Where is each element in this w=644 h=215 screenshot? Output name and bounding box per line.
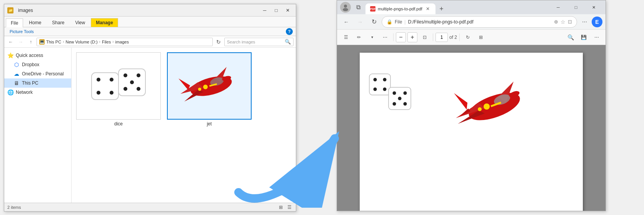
tab-label: multiple-pngs-to-pdf.pdf	[378, 7, 422, 11]
sidebar-item-dropbox[interactable]: ⬡ Dropbox	[4, 60, 71, 69]
browser-minimize-button[interactable]: ─	[549, 2, 567, 13]
zoom-out-button[interactable]: −	[396, 32, 406, 42]
browser-close-button[interactable]: ✕	[585, 2, 602, 13]
file-item-dice[interactable]: dice	[76, 52, 161, 127]
rotate-button[interactable]: ↻	[462, 32, 474, 43]
svg-point-6	[123, 73, 127, 77]
tab-close-button[interactable]: ✕	[425, 6, 431, 12]
svg-point-4	[110, 91, 113, 95]
pdf-content	[337, 45, 606, 211]
up-button[interactable]: ↑	[27, 38, 35, 46]
browser-forward-button[interactable]: →	[354, 16, 366, 28]
browser-maximize-button[interactable]: □	[567, 2, 585, 13]
explorer-body: ⭐ Quick access ⬡ Dropbox ☁ OneDrive - Pe…	[4, 48, 296, 203]
network-icon: 🌐	[7, 89, 13, 95]
svg-point-23	[343, 8, 348, 11]
svg-point-3	[97, 91, 100, 95]
new-tab-button[interactable]: +	[436, 3, 447, 14]
svg-rect-0	[92, 73, 118, 100]
address-bar: ← → ↑ 💻 This PC › New Volume (D:) › File…	[4, 36, 296, 48]
ribbon-tabs: File Home Share View Manage	[4, 17, 296, 27]
browser-user-icon[interactable]	[340, 2, 351, 13]
quick-access-icon: ⭐	[7, 52, 13, 58]
fit-page-button[interactable]: ⊡	[419, 32, 430, 43]
folder-icon: 📁	[7, 7, 13, 13]
page-number-input[interactable]	[435, 33, 448, 42]
close-button[interactable]: ✕	[283, 7, 293, 14]
tab-strip: PDF multiple-pngs-to-pdf.pdf ✕ +	[365, 0, 545, 14]
file-item-jet[interactable]: jet	[167, 52, 252, 127]
this-pc-icon: 🖥	[13, 80, 20, 86]
explorer-titlebar: 📁 images ─ □ ✕	[4, 4, 296, 17]
zoom-icon: ⊕	[554, 19, 558, 25]
pdf-jet-image	[452, 68, 529, 145]
dropbox-icon: ⬡	[13, 62, 20, 68]
file-thumbnail-jet	[167, 52, 252, 120]
sidebar-item-network[interactable]: 🌐 Network	[4, 88, 71, 97]
sidebar-item-quick-access[interactable]: ⭐ Quick access	[4, 51, 71, 60]
svg-point-1	[97, 78, 100, 82]
sidebar-item-label: Dropbox	[22, 62, 39, 67]
file-name-jet: jet	[207, 121, 212, 127]
sidebar-item-label: OneDrive - Personal	[22, 71, 64, 77]
tab-manage[interactable]: Manage	[91, 18, 118, 27]
refresh-button[interactable]: ↻	[214, 38, 223, 46]
tab-share[interactable]: Share	[47, 18, 69, 27]
browser-address-bar[interactable]: 🔒 File | D:/Files/multiple-pngs-to-pdf.p…	[382, 16, 577, 28]
maximize-button[interactable]: □	[271, 7, 281, 14]
tab-file[interactable]: File	[6, 18, 23, 27]
sidebar: ⭐ Quick access ⬡ Dropbox ☁ OneDrive - Pe…	[4, 48, 72, 203]
ribbon-sub-tabs: Picture Tools ?	[4, 27, 296, 36]
forward-button[interactable]: →	[17, 38, 25, 46]
svg-point-25	[374, 78, 377, 82]
address-path[interactable]: 💻 This PC › New Volume (D:) › Files › im…	[37, 38, 213, 46]
file-name-dice: dice	[114, 121, 123, 127]
browser-account-icon[interactable]: E	[592, 17, 602, 27]
minimize-button[interactable]: ─	[260, 7, 270, 14]
pdf-jet-column	[452, 60, 529, 145]
path-segment-1: This PC	[46, 40, 61, 44]
jet-image	[177, 59, 242, 113]
help-button[interactable]: ?	[286, 28, 293, 35]
svg-point-32	[398, 97, 402, 100]
browser-back-button[interactable]: ←	[340, 16, 352, 28]
browser-refresh-button[interactable]: ↻	[368, 16, 380, 28]
search-box[interactable]: Search images 🔍	[224, 38, 294, 46]
view-icons: ⊞ ☰	[277, 204, 293, 211]
pdf-more2-button[interactable]: ⋯	[591, 32, 602, 43]
status-bar: 2 items ⊞ ☰	[4, 203, 296, 211]
browser-more-button[interactable]: ⋯	[579, 16, 590, 28]
details-view-button[interactable]: ☰	[286, 204, 293, 211]
svg-point-27	[374, 88, 377, 91]
tab-view[interactable]: View	[70, 18, 90, 27]
address-url: D:/Files/multiple-pngs-to-pdf.pdf	[408, 19, 552, 25]
browser-win-buttons: ─ □ ✕	[549, 2, 602, 13]
list-view-button[interactable]: ⊞	[277, 204, 284, 211]
picture-tools-label[interactable]: Picture Tools	[7, 28, 36, 35]
draw-button[interactable]: ✏	[353, 32, 365, 43]
draw-arrow-button[interactable]: ▾	[366, 32, 378, 43]
sidebar-item-onedrive[interactable]: ☁ OneDrive - Personal	[4, 69, 71, 78]
pdf-page	[360, 53, 583, 211]
svg-point-17	[203, 85, 208, 89]
back-button[interactable]: ←	[7, 38, 15, 46]
file-area: dice	[72, 48, 296, 203]
svg-point-9	[123, 87, 127, 91]
tab-favicon: PDF	[370, 6, 375, 12]
lock-icon: 🔒	[387, 19, 392, 25]
pdf-more-button[interactable]: ⋯	[379, 32, 391, 43]
pdf-save-button[interactable]: 💾	[578, 32, 589, 43]
pdf-toolbar: ☰ ✏ ▾ ⋯ − + ⊡ of 2 ↻ ⊞ 🔍 💾 ⋯	[337, 30, 606, 45]
layout-button[interactable]: ⊞	[475, 32, 487, 43]
browser-toolbar: ← → ↻ 🔒 File | D:/Files/multiple-pngs-to…	[337, 14, 606, 30]
toc-button[interactable]: ☰	[340, 32, 352, 43]
pdf-dice-image	[367, 72, 414, 114]
sidebar-item-this-pc[interactable]: 🖥 This PC	[4, 78, 71, 88]
pdf-search-button[interactable]: 🔍	[565, 32, 576, 43]
active-tab[interactable]: PDF multiple-pngs-to-pdf.pdf ✕	[365, 3, 435, 14]
zoom-in-button[interactable]: +	[407, 32, 417, 42]
copy-tab-button[interactable]: ⧉	[352, 2, 364, 13]
tab-home[interactable]: Home	[24, 18, 46, 27]
separator-3	[459, 33, 460, 41]
pdf-dice-column	[367, 60, 414, 114]
